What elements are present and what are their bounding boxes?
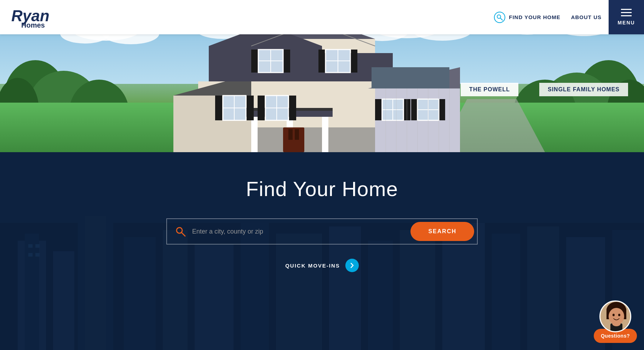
- menu-line-2: [621, 12, 632, 13]
- search-title: Find Your Home: [246, 177, 398, 201]
- logo-svg: Ryan Homes: [11, 6, 53, 29]
- header-nav: FIND YOUR HOME ABOUT US MENU: [494, 0, 644, 34]
- svg-rect-43: [288, 129, 293, 140]
- svg-rect-59: [284, 50, 290, 73]
- svg-point-114: [618, 314, 620, 316]
- svg-text:Homes: Homes: [21, 21, 45, 29]
- svg-rect-39: [322, 117, 328, 152]
- search-bar: SEARCH: [166, 218, 478, 245]
- svg-rect-53: [258, 96, 265, 120]
- search-content: Find Your Home SEARCH QUICK MOVE-INS: [0, 152, 644, 272]
- svg-rect-68: [375, 99, 381, 120]
- svg-rect-74: [439, 99, 445, 120]
- find-your-home-nav[interactable]: FIND YOUR HOME: [494, 12, 560, 23]
- svg-rect-37: [251, 117, 258, 152]
- svg-point-113: [613, 314, 615, 316]
- svg-line-3: [500, 18, 502, 20]
- find-your-home-label: FIND YOUR HOME: [509, 14, 560, 20]
- svg-rect-49: [247, 96, 254, 120]
- svg-rect-58: [251, 50, 258, 73]
- location-search-input[interactable]: [192, 228, 410, 235]
- svg-rect-73: [411, 99, 417, 120]
- svg-line-108: [182, 233, 185, 236]
- house-svg: [127, 18, 517, 152]
- menu-line-3: [621, 15, 632, 16]
- svg-marker-36: [372, 67, 449, 88]
- quick-move-ins-label: QUICK MOVE-INS: [285, 263, 340, 269]
- quick-move-ins-arrow-icon: [345, 259, 359, 272]
- svg-rect-64: [351, 50, 357, 73]
- svg-rect-44: [295, 129, 299, 140]
- search-button[interactable]: SEARCH: [410, 222, 474, 241]
- search-bar-icon: [174, 225, 187, 238]
- menu-button[interactable]: MENU: [609, 0, 644, 34]
- menu-label: MENU: [617, 20, 635, 25]
- search-section: Find Your Home SEARCH QUICK MOVE-INS: [0, 152, 644, 350]
- chat-widget[interactable]: Questions?: [594, 300, 637, 343]
- svg-rect-48: [215, 96, 222, 120]
- about-us-nav[interactable]: ABOUT US: [571, 14, 602, 20]
- logo[interactable]: Ryan Homes: [11, 6, 53, 29]
- svg-rect-54: [289, 96, 296, 120]
- menu-line-1: [621, 9, 632, 10]
- svg-rect-69: [404, 99, 410, 120]
- search-nav-icon: [494, 12, 505, 23]
- svg-point-116: [612, 321, 621, 326]
- quick-move-ins-link[interactable]: QUICK MOVE-INS: [285, 259, 359, 272]
- header: Ryan Homes FIND YOUR HOME ABOUT US MENU: [0, 0, 644, 34]
- svg-rect-63: [318, 50, 325, 73]
- single-family-label: SINGLE FAMILY HOMES: [539, 83, 628, 96]
- agent-avatar: [599, 300, 631, 332]
- powell-label: THE POWELL: [461, 83, 518, 96]
- svg-rect-42: [283, 127, 304, 152]
